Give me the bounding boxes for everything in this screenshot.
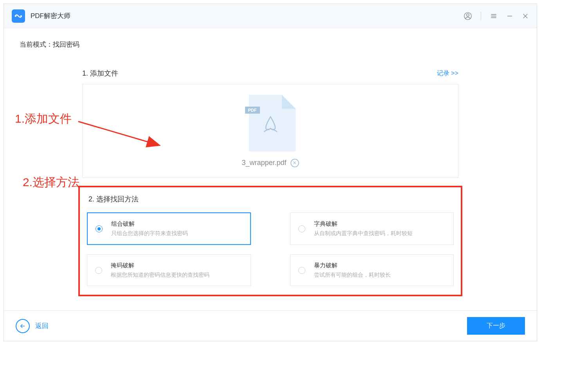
next-button[interactable]: 下一步 [467,317,525,335]
back-label: 返回 [35,321,49,330]
method-section: 2. 选择找回方法 组合破解 只组合您选择的字符来查找密码 字典破解 从自制或内… [78,186,462,296]
titlebar: PDF解密大师 [4,4,537,28]
menu-icon[interactable] [490,12,498,20]
arrow-left-icon [16,319,30,333]
minimize-icon[interactable] [506,13,513,20]
titlebar-controls [464,12,529,20]
annotation-2: 2.选择方法 [23,174,79,190]
radio-icon [298,225,305,232]
method-desc: 只组合您选择的字符来查找密码 [111,230,188,237]
method-desc: 尝试所有可能的组合，耗时较长 [314,272,391,279]
file-name: 3_wrapper.pdf [242,159,286,167]
radio-icon [96,225,103,232]
methods-grid: 组合破解 只组合您选择的字符来查找密码 字典破解 从自制或内置字典中查找密码，耗… [87,212,454,286]
app-title: PDF解密大师 [31,11,70,20]
method-desc: 根据您所知道的密码信息更快的查找密码 [111,272,209,279]
remove-file-button[interactable]: ✕ [290,159,299,167]
back-button[interactable]: 返回 [16,319,49,333]
records-link[interactable]: 记录 >> [437,69,458,78]
svg-point-0 [15,15,16,17]
method-name: 掩码破解 [111,262,209,269]
app-logo [12,9,25,23]
svg-line-12 [78,121,159,145]
annotation-arrow-icon [76,118,166,153]
method-desc: 从自制或内置字典中查找密码，耗时较短 [314,230,413,237]
section1-title: 1. 添加文件 [82,69,118,78]
pdf-icon: PDF [245,95,296,152]
divider [481,12,481,20]
close-icon[interactable] [522,13,529,20]
svg-point-3 [467,14,469,16]
method-mask[interactable]: 掩码破解 根据您所知道的密码信息更快的查找密码 [87,254,251,286]
mode-label: 当前模式：找回密码 [20,40,521,49]
method-brute-force[interactable]: 暴力破解 尝试所有可能的组合，耗时较长 [290,254,454,286]
content-area: 当前模式：找回密码 1. 添加文件 记录 >> PDF 3_wrapper.pd… [4,28,537,310]
pdf-badge: PDF [245,107,260,114]
method-name: 暴力破解 [314,262,391,269]
annotation-1: 1.添加文件 [15,111,72,127]
file-name-row: 3_wrapper.pdf ✕ [242,159,299,167]
user-icon[interactable] [464,12,472,20]
svg-point-1 [20,15,22,17]
method-combination[interactable]: 组合破解 只组合您选择的字符来查找密码 [87,212,251,245]
section1-header: 1. 添加文件 记录 >> [82,69,458,78]
section2-title: 2. 选择找回方法 [88,194,454,204]
footer: 返回 下一步 [4,310,537,341]
method-name: 字典破解 [314,220,413,228]
radio-icon [298,267,305,274]
method-dictionary[interactable]: 字典破解 从自制或内置字典中查找密码，耗时较短 [290,212,454,245]
radio-icon [95,267,102,274]
pdf-symbol-icon [260,114,281,138]
app-window: PDF解密大师 当前模式：找回密码 1. 添加文件 记录 >> [4,4,537,341]
method-name: 组合破解 [111,220,188,228]
